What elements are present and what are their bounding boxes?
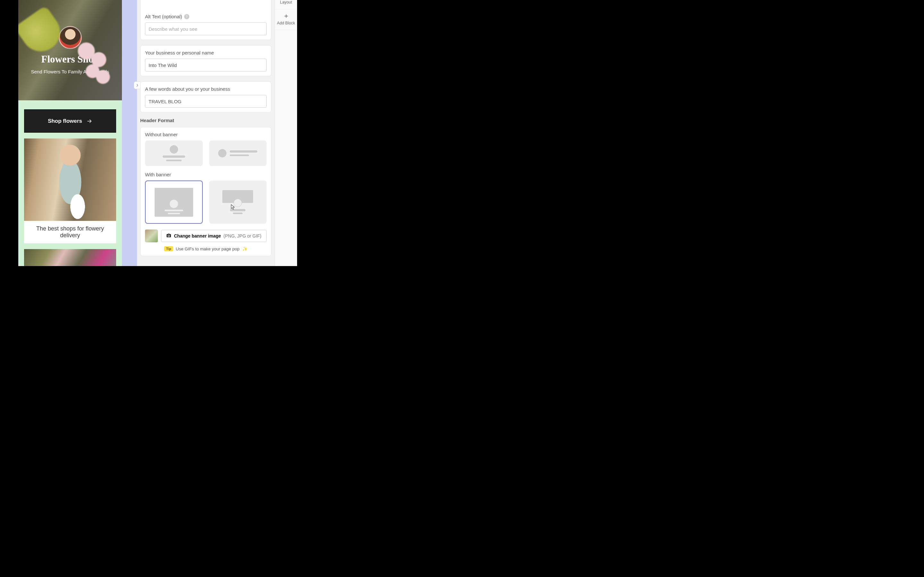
hero-banner: Flowers Shop Send Flowers To Family And … [18, 0, 122, 100]
right-toolstrip: Layout ＋ Add Block [275, 0, 297, 266]
layout-thumb-icon [218, 149, 226, 157]
format-option-nobanner-center[interactable] [145, 140, 203, 166]
layout-label: Layout [280, 0, 292, 5]
about-input[interactable] [145, 95, 267, 108]
business-name-input[interactable] [145, 59, 267, 71]
format-option-nobanner-left[interactable] [209, 140, 267, 166]
content-card [24, 249, 116, 266]
preview-canvas: Flowers Shop Send Flowers To Family And … [18, 0, 122, 266]
properties-panel: Upload image (PNG, JPG or GIF) Alt Text … [137, 0, 275, 266]
alt-text-input[interactable] [145, 23, 267, 35]
image-upload-section: Upload image (PNG, JPG or GIF) Alt Text … [140, 0, 271, 40]
business-name-section: Your business or personal name [140, 45, 271, 76]
layout-thumb-icon [155, 188, 193, 217]
layout-thumb-icon [170, 145, 178, 153]
banner-thumbnail[interactable] [145, 229, 158, 242]
tip-text: Use GIFs to make your page pop [176, 247, 240, 251]
header-format-section: Without banner With banner [140, 127, 271, 256]
hero-bg-decor [74, 39, 115, 97]
format-option-banner-full[interactable] [145, 181, 203, 224]
camera-icon [166, 233, 171, 239]
cursor-icon [230, 204, 236, 210]
card-image [24, 139, 116, 221]
about-section: A few words about you or your business [140, 81, 271, 113]
about-label: A few words about you or your business [145, 86, 267, 92]
card-image [24, 249, 116, 266]
layout-thumb-icon [163, 155, 185, 158]
arrow-right-icon [87, 118, 92, 124]
layout-thumb-icon [230, 150, 257, 153]
alt-text-label: Alt Text (optional) ? [145, 14, 267, 19]
change-banner-label: Change banner image [174, 234, 221, 239]
content-card: The best shops for flowery delivery [24, 139, 116, 243]
preview-page: Flowers Shop Send Flowers To Family And … [18, 0, 122, 266]
add-block-label: Add Block [277, 21, 295, 25]
plus-icon: ＋ [283, 13, 289, 19]
format-option-banner-overlap[interactable] [209, 181, 267, 224]
cta-button[interactable]: Shop flowers [24, 109, 116, 133]
image-decor [68, 191, 87, 219]
change-banner-ext: (PNG, JPG or GIF) [224, 234, 262, 239]
cta-label: Shop flowers [48, 118, 82, 124]
add-block-tool[interactable]: ＋ Add Block [275, 9, 297, 30]
layout-thumb-icon [230, 155, 249, 156]
header-format-heading: Header Format [140, 118, 271, 123]
change-banner-button[interactable]: Change banner image (PNG, JPG or GIF) [161, 230, 267, 242]
panel-collapse-toggle[interactable] [134, 81, 140, 89]
with-banner-label: With banner [145, 172, 267, 177]
sparkle-icon: ✨ [242, 246, 248, 251]
preview-gutter [122, 0, 137, 266]
business-name-label: Your business or personal name [145, 50, 267, 55]
layout-thumb-icon [233, 213, 242, 214]
card-caption: The best shops for flowery delivery [24, 221, 116, 243]
layout-tool[interactable]: Layout [275, 0, 297, 9]
layout-thumb-icon [166, 160, 182, 161]
tip-row: Tip Use GIFs to make your page pop ✨ [145, 246, 267, 251]
without-banner-label: Without banner [145, 132, 267, 137]
tip-badge: Tip [164, 246, 173, 251]
preview-body: Shop flowers The best shops for flowery … [18, 100, 122, 266]
help-icon[interactable]: ? [184, 14, 189, 19]
